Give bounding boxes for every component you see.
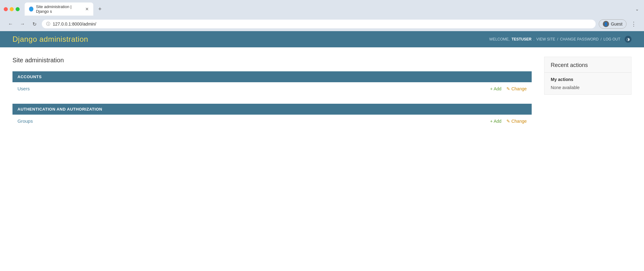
- groups-add-link[interactable]: + Add: [490, 119, 501, 124]
- traffic-light-red[interactable]: [4, 7, 8, 11]
- users-actions: + Add ✎ Change: [490, 86, 527, 91]
- username: TESTUSER: [511, 37, 531, 41]
- users-row: Users + Add ✎ Change: [12, 82, 532, 95]
- period: .: [533, 37, 534, 41]
- django-sidebar: Recent actions My actions None available: [544, 57, 632, 136]
- django-main: Site administration ACCOUNTS Users + Add…: [12, 57, 532, 136]
- browser-toolbar: ← → ↻ ⓘ 127.0.0.1:8000/admin/ 👤 Guest ⋮: [4, 17, 640, 31]
- profile-avatar-icon: 👤: [603, 21, 609, 27]
- django-page: Django administration WELCOME, TESTUSER …: [0, 31, 644, 271]
- view-site-link[interactable]: VIEW SITE: [536, 37, 555, 41]
- refresh-button[interactable]: ↻: [30, 20, 39, 28]
- tab-title: Site administration | Django s: [36, 4, 83, 14]
- traffic-lights: [4, 7, 20, 11]
- address-info-icon: ⓘ: [46, 21, 50, 27]
- users-change-link[interactable]: ✎ Change: [506, 86, 527, 91]
- forward-button[interactable]: →: [18, 20, 27, 28]
- address-url: 127.0.0.1:8000/admin/: [53, 21, 96, 26]
- users-link[interactable]: Users: [17, 86, 490, 91]
- groups-row: Groups + Add ✎ Change: [12, 115, 532, 127]
- django-content: Site administration ACCOUNTS Users + Add…: [0, 47, 644, 145]
- page-heading: Site administration: [12, 57, 532, 64]
- groups-change-link[interactable]: ✎ Change: [506, 119, 527, 124]
- auth-module-header: AUTHENTICATION AND AUTHORIZATION: [12, 104, 532, 115]
- theme-toggle-button[interactable]: ◑: [625, 36, 632, 43]
- tab-close-button[interactable]: ✕: [85, 7, 89, 12]
- browser-chrome: 🌐 Site administration | Django s ✕ + ⌄ ←…: [0, 0, 644, 31]
- profile-button[interactable]: 👤 Guest: [599, 19, 627, 29]
- address-bar[interactable]: ⓘ 127.0.0.1:8000/admin/: [42, 20, 596, 28]
- log-out-link[interactable]: LOG OUT: [603, 37, 620, 41]
- separator-2: /: [601, 37, 602, 41]
- expand-button[interactable]: ⌄: [634, 5, 640, 13]
- profile-label: Guest: [611, 21, 622, 26]
- tab-favicon: 🌐: [29, 7, 33, 12]
- recent-actions-body: My actions None available: [544, 73, 631, 94]
- auth-module-title: AUTHENTICATION AND AUTHORIZATION: [17, 107, 102, 112]
- users-add-link[interactable]: + Add: [490, 86, 501, 91]
- accounts-module-header: ACCOUNTS: [12, 71, 532, 82]
- none-available-text: None available: [551, 85, 625, 90]
- active-tab[interactable]: 🌐 Site administration | Django s ✕: [25, 2, 93, 16]
- separator-1: /: [557, 37, 558, 41]
- groups-link[interactable]: Groups: [17, 118, 490, 124]
- my-actions-label: My actions: [551, 77, 625, 82]
- recent-actions-box: Recent actions My actions None available: [544, 57, 632, 95]
- recent-actions-title: Recent actions: [551, 62, 625, 69]
- traffic-light-yellow[interactable]: [10, 7, 14, 11]
- welcome-text: WELCOME,: [489, 37, 510, 41]
- groups-actions: + Add ✎ Change: [490, 119, 527, 124]
- change-password-link[interactable]: CHANGE PASSWORD: [560, 37, 599, 41]
- accounts-module: ACCOUNTS Users + Add ✎ Change: [12, 71, 532, 95]
- django-admin-title: Django administration: [12, 35, 88, 44]
- traffic-light-green[interactable]: [16, 7, 20, 11]
- new-tab-button[interactable]: +: [96, 6, 104, 12]
- accounts-module-title: ACCOUNTS: [17, 74, 42, 79]
- auth-module: AUTHENTICATION AND AUTHORIZATION Groups …: [12, 104, 532, 127]
- user-bar: WELCOME, TESTUSER . VIEW SITE / CHANGE P…: [489, 36, 632, 43]
- django-header: Django administration WELCOME, TESTUSER …: [0, 31, 644, 47]
- tab-bar: 🌐 Site administration | Django s ✕ + ⌄: [4, 2, 640, 16]
- back-button[interactable]: ←: [6, 20, 15, 28]
- recent-actions-header: Recent actions: [544, 57, 631, 73]
- browser-menu-button[interactable]: ⋮: [630, 19, 638, 29]
